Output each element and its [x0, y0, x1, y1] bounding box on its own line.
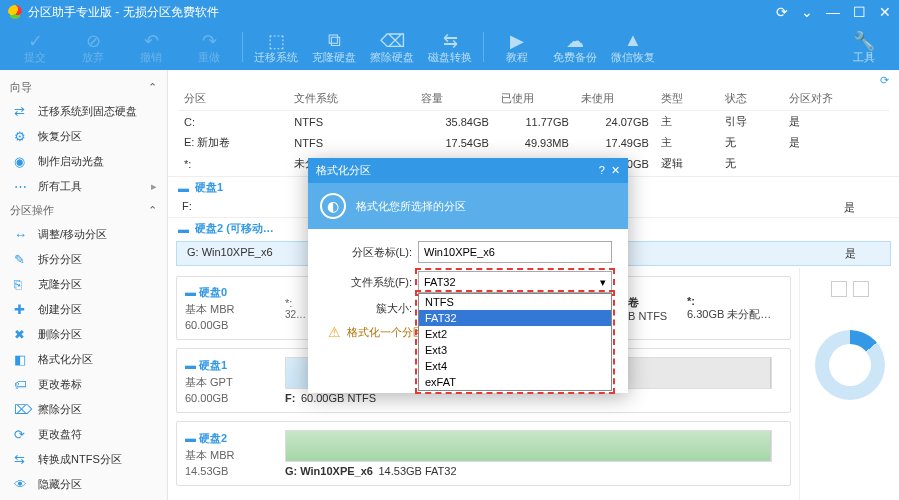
sidebar: 向导 ⌃ ⇄迁移系统到固态硬盘 ⚙恢复分区 ◉制作启动光盘 ⋯所有工具▸ 分区操…: [0, 70, 168, 500]
table-row[interactable]: C:NTFS35.84GB11.77GB24.07GB主引导是: [178, 111, 889, 133]
fs-option-fat32[interactable]: FAT32: [419, 310, 611, 326]
dialog-banner: ◐ 格式化您所选择的分区: [308, 183, 628, 229]
disk-icon: ▬: [178, 223, 189, 235]
table-refresh-icon[interactable]: ⟳: [880, 74, 889, 87]
clone-disk-button[interactable]: ⧉克隆硬盘: [305, 26, 363, 68]
dialog-titlebar[interactable]: 格式化分区 ? ✕: [308, 158, 628, 183]
close-button[interactable]: ✕: [879, 4, 891, 20]
sidebar-item-recover-partition[interactable]: ⚙恢复分区: [0, 124, 167, 149]
migrate-os-button[interactable]: ⬚迁移系统: [247, 26, 305, 68]
usage-donut-icon: [815, 330, 885, 400]
recover-icon: ⚙: [14, 129, 30, 144]
free-backup-button[interactable]: ☁免费备份: [546, 26, 604, 68]
right-panel: [799, 268, 899, 500]
disk-icon: ▬: [178, 182, 189, 194]
sidebar-item-letter[interactable]: ⟳更改盘符: [0, 422, 167, 447]
fs-option-ext4[interactable]: Ext4: [419, 358, 611, 374]
fs-option-ntfs[interactable]: NTFS: [419, 294, 611, 310]
filesystem-dropdown: NTFS FAT32 Ext2 Ext3 Ext4 exFAT: [418, 293, 612, 391]
window-controls: ⟳ ⌄ — ☐ ✕: [766, 4, 891, 20]
app-title: 分区助手专业版 - 无损分区免费软件: [28, 4, 766, 21]
tools-button[interactable]: 🔧工具: [835, 26, 893, 68]
sidebar-item-to-ntfs[interactable]: ⇆转换成NTFS分区: [0, 447, 167, 472]
volume-label-input[interactable]: [418, 241, 612, 263]
more-icon: ⋯: [14, 179, 30, 194]
fs-option-ext2[interactable]: Ext2: [419, 326, 611, 342]
main-toolbar: ✓提交 ⊘放弃 ↶撤销 ↷重做 ⬚迁移系统 ⧉克隆硬盘 ⌫擦除硬盘 ⇆磁盘转换 …: [0, 24, 899, 70]
wipe-disk-button[interactable]: ⌫擦除硬盘: [363, 26, 421, 68]
redo-button: ↷重做: [180, 26, 238, 68]
dialog-close-icon[interactable]: ✕: [611, 164, 620, 176]
fs-option-ext3[interactable]: Ext3: [419, 342, 611, 358]
disc-icon: ◉: [14, 154, 30, 169]
sidebar-item-delete[interactable]: ✖删除分区: [0, 322, 167, 347]
disk-card-2[interactable]: ▬ 硬盘2基本 MBR14.53GB G: Win10XPE_x6 14.53G…: [176, 421, 791, 486]
warning-icon: ⚠: [328, 324, 341, 340]
sidebar-item-make-bootable[interactable]: ◉制作启动光盘: [0, 149, 167, 174]
wizard-section-head: 向导 ⌃: [0, 76, 167, 99]
commit-button: ✓提交: [6, 26, 64, 68]
sidebar-item-migrate-ssd[interactable]: ⇄迁移系统到固态硬盘: [0, 99, 167, 124]
collapse-icon[interactable]: ⌃: [148, 204, 157, 217]
sidebar-item-split[interactable]: ✎拆分分区: [0, 247, 167, 272]
app-logo-icon: [8, 5, 22, 19]
format-dialog: 格式化分区 ? ✕ ◐ 格式化您所选择的分区 分区卷标(L): 文件系统(F):…: [308, 158, 628, 393]
migrate-icon: ⇄: [14, 104, 30, 119]
sidebar-item-resize[interactable]: ↔调整/移动分区: [0, 222, 167, 247]
filesystem-select[interactable]: FAT32▾: [418, 271, 612, 293]
help-icon[interactable]: ?: [599, 164, 605, 176]
filesystem-label: 文件系统(F):: [324, 275, 412, 290]
sidebar-item-clone[interactable]: ⎘克隆分区: [0, 272, 167, 297]
wechat-recover-button[interactable]: ▲微信恢复: [604, 26, 662, 68]
format-icon: ◐: [320, 193, 346, 219]
table-row[interactable]: E: 新加卷NTFS17.54GB49.93MB17.49GB主无是: [178, 132, 889, 153]
title-bar: 分区助手专业版 - 无损分区免费软件 ⟳ ⌄ — ☐ ✕: [0, 0, 899, 24]
sidebar-item-wipe[interactable]: ⌦擦除分区: [0, 397, 167, 422]
dropdown-icon[interactable]: ⌄: [801, 4, 813, 20]
minimize-button[interactable]: —: [826, 4, 840, 20]
cluster-size-label: 簇大小:: [324, 301, 412, 316]
undo-button: ↶撤销: [122, 26, 180, 68]
sidebar-item-label[interactable]: 🏷更改卷标: [0, 372, 167, 397]
partition-ops-head: 分区操作 ⌃: [0, 199, 167, 222]
discard-button: ⊘放弃: [64, 26, 122, 68]
fs-option-exfat[interactable]: exFAT: [419, 374, 611, 390]
collapse-icon[interactable]: ⌃: [148, 81, 157, 94]
sidebar-item-hide[interactable]: 👁隐藏分区: [0, 472, 167, 497]
sidebar-item-create[interactable]: ✚创建分区: [0, 297, 167, 322]
volume-label-label: 分区卷标(L):: [324, 245, 412, 260]
convert-disk-button[interactable]: ⇆磁盘转换: [421, 26, 479, 68]
maximize-button[interactable]: ☐: [853, 4, 866, 20]
chevron-down-icon: ▾: [600, 276, 606, 289]
tutorial-button[interactable]: ▶教程: [488, 26, 546, 68]
sidebar-item-all-tools[interactable]: ⋯所有工具▸: [0, 174, 167, 199]
view-grid-icon[interactable]: [831, 281, 847, 297]
refresh-icon[interactable]: ⟳: [776, 4, 788, 20]
sidebar-item-format[interactable]: ◧格式化分区: [0, 347, 167, 372]
view-list-icon[interactable]: [853, 281, 869, 297]
